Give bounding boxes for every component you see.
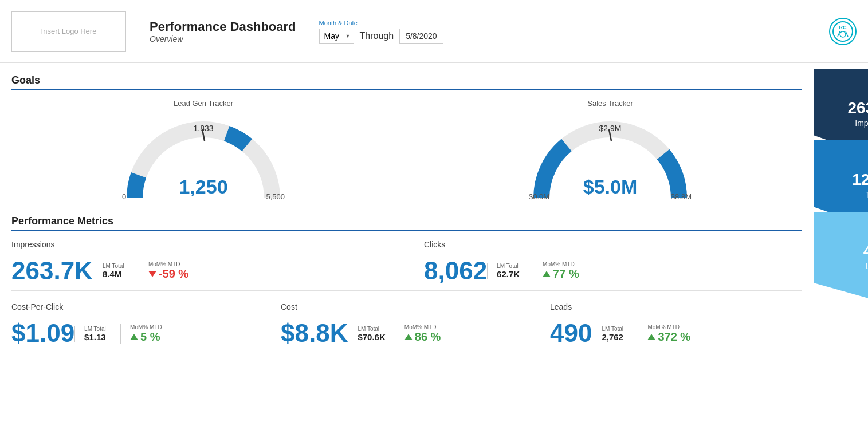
cpc-mom-col: MoM% MTD 5 %	[120, 324, 171, 344]
cost-mom-value: 86 %	[404, 330, 441, 344]
cost-mom-label: MoM% MTD	[404, 324, 441, 330]
cpc-lm-label: LM Total	[84, 326, 111, 332]
lead-gen-target: 1,833	[193, 124, 213, 133]
metrics-row-2: Cost-Per-Click $1.09 LM Total $1.13 MoM%…	[11, 297, 802, 347]
leads-mom-col: MoM% MTD 372 %	[638, 324, 700, 344]
cpc-mom-value: 5 %	[130, 330, 162, 344]
metrics-row-1: Impressions 263.7K LM Total 8.4M MoM% MT…	[11, 240, 802, 291]
cpc-value: $1.09	[11, 319, 74, 347]
rc-svg-icon: RC	[832, 21, 854, 42]
svg-point-2	[840, 31, 846, 37]
cost-label: Cost	[281, 302, 533, 311]
leads-arrow-up	[647, 334, 655, 340]
date-filter-label: Month & Date	[319, 19, 443, 26]
clicks-arrow-up	[543, 271, 551, 277]
funnel-leads-value: 490	[863, 242, 868, 261]
header: Insert Logo Here Performance Dashboard O…	[0, 0, 868, 63]
title-block: Performance Dashboard Overview	[138, 19, 296, 44]
clicks-metric: Clicks 8,062 LM Total 62.7K MoM% MTD	[424, 240, 802, 285]
impressions-arrow-down	[148, 271, 156, 277]
sales-max: $8.8M	[671, 192, 692, 201]
cost-arrow-up	[404, 334, 413, 340]
funnel-impressions-label: Impressions	[855, 119, 868, 128]
leads-label: Leads	[550, 302, 802, 311]
lead-gen-min: 0	[122, 192, 126, 201]
cpc-label: Cost-Per-Click	[11, 302, 264, 311]
svg-text:RC: RC	[839, 25, 847, 30]
impressions-mom-value: -59 %	[148, 267, 188, 281]
leads-lm-col: LM Total 2,762	[592, 326, 638, 342]
funnel-leads-label: Leads	[866, 262, 868, 271]
rc-brand-icon: RC	[829, 18, 857, 45]
funnel-panel: 263,677 Impressions 12,636 Traffic 490 L…	[814, 69, 868, 348]
sales-gauge: Sales Tracker $2.9M $5.0M $0.0M $8.8M	[418, 99, 802, 204]
lead-gen-title: Lead Gen Tracker	[174, 99, 233, 108]
impressions-mom-col: MoM% MTD -59 %	[139, 261, 198, 281]
impressions-metric: Impressions 263.7K LM Total 8.4M MoM% MT…	[11, 240, 390, 285]
leads-lm-value: 2,762	[602, 332, 629, 342]
date-filter: Month & Date May Through 5/8/2020	[319, 19, 443, 44]
clicks-value: 8,062	[424, 257, 487, 285]
cost-value: $8.8K	[281, 319, 348, 347]
cpc-lm-value: $1.13	[84, 332, 111, 342]
impressions-lm-value: 8.4M	[103, 269, 129, 279]
lead-gen-value: 1,250	[179, 176, 227, 198]
funnel-leads: 490 Leads	[814, 212, 868, 301]
sales-svg-wrap: $2.9M $5.0M $0.0M $8.8M	[524, 112, 696, 204]
through-label: Through	[360, 31, 394, 41]
cost-metric: Cost $8.8K LM Total $70.6K MoM% MTD	[281, 302, 533, 347]
lead-gen-svg-wrap: 1,833 1,250 0 5,500	[117, 112, 289, 204]
impressions-value: 263.7K	[11, 257, 93, 285]
cpc-arrow-up	[130, 334, 138, 340]
cost-lm-value: $70.6K	[358, 332, 385, 342]
funnel-impressions-value: 263,677	[847, 99, 868, 117]
through-date: 5/8/2020	[399, 29, 443, 44]
leads-lm-label: LM Total	[602, 326, 629, 332]
clicks-lm-value: 62.7K	[497, 269, 524, 279]
cost-mom-col: MoM% MTD 86 %	[395, 324, 450, 344]
dashboard-subtitle: Overview	[150, 34, 183, 44]
leads-value: 490	[550, 319, 592, 347]
clicks-label: Clicks	[424, 240, 802, 249]
clicks-mom-value: 77 %	[543, 267, 579, 281]
funnel-traffic-value: 12,636	[852, 171, 868, 189]
dashboard-title: Performance Dashboard	[150, 19, 296, 34]
funnel-traffic-label: Traffic	[866, 190, 868, 199]
impressions-mom-label: MoM% MTD	[148, 261, 188, 267]
leads-metric: Leads 490 LM Total 2,762 MoM% MTD	[550, 302, 802, 347]
cpc-metric: Cost-Per-Click $1.09 LM Total $1.13 MoM%…	[11, 302, 264, 347]
cpc-lm-col: LM Total $1.13	[74, 326, 120, 342]
impressions-lm-col: LM Total 8.4M	[93, 263, 139, 279]
sales-value: $5.0M	[583, 176, 638, 198]
sales-target: $2.9M	[599, 124, 622, 133]
cost-lm-col: LM Total $70.6K	[348, 326, 394, 342]
lead-gen-gauge: Lead Gen Tracker 1,833 1,250 0 5,500	[11, 99, 395, 204]
cost-lm-label: LM Total	[358, 326, 385, 332]
performance-divider	[11, 230, 802, 231]
performance-title: Performance Metrics	[11, 215, 802, 227]
cpc-mom-label: MoM% MTD	[130, 324, 162, 330]
left-panel: Goals Lead Gen Tracker 1,833 1,250	[11, 69, 802, 348]
month-select[interactable]: May	[319, 29, 354, 44]
goals-divider	[11, 89, 802, 90]
clicks-lm-col: LM Total 62.7K	[487, 263, 533, 279]
performance-metrics-section: Performance Metrics Impressions 263.7K L…	[11, 215, 802, 348]
sales-title: Sales Tracker	[587, 99, 633, 108]
clicks-lm-label: LM Total	[497, 263, 524, 269]
lead-gen-max: 5,500	[266, 192, 285, 201]
impressions-lm-label: LM Total	[103, 263, 129, 269]
month-dropdown-wrapper[interactable]: May	[319, 29, 354, 44]
clicks-mom-label: MoM% MTD	[543, 261, 579, 267]
logo-placeholder: Insert Logo Here	[11, 11, 126, 52]
leads-mom-value: 372 %	[647, 330, 690, 344]
leads-mom-label: MoM% MTD	[647, 324, 690, 330]
goals-title: Goals	[11, 74, 802, 86]
gauges-row: Lead Gen Tracker 1,833 1,250 0 5,500	[11, 99, 802, 204]
impressions-label: Impressions	[11, 240, 390, 249]
clicks-mom-col: MoM% MTD 77 %	[533, 261, 588, 281]
sales-min: $0.0M	[529, 192, 549, 201]
main-content: Goals Lead Gen Tracker 1,833 1,250	[0, 63, 868, 348]
